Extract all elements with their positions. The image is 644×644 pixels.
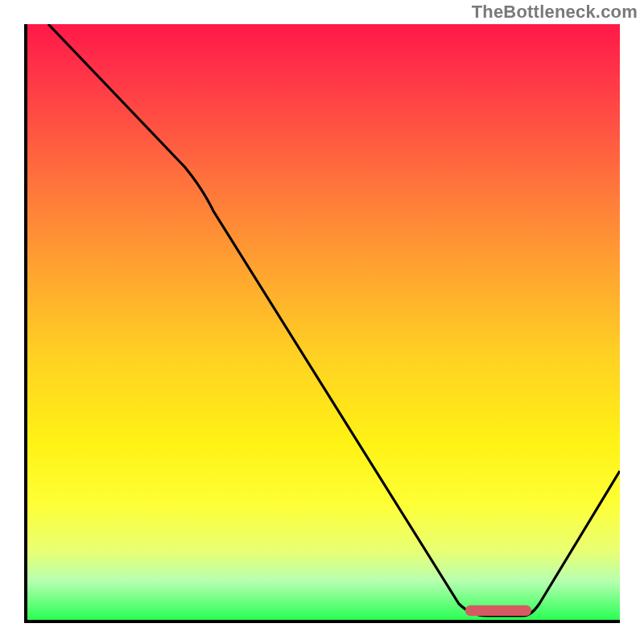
bottleneck-curve xyxy=(24,24,620,623)
chart-plot-area xyxy=(24,24,620,623)
watermark-text: TheBottleneck.com xyxy=(472,2,638,23)
optimum-range-marker xyxy=(465,605,531,616)
curve-path xyxy=(48,24,620,616)
